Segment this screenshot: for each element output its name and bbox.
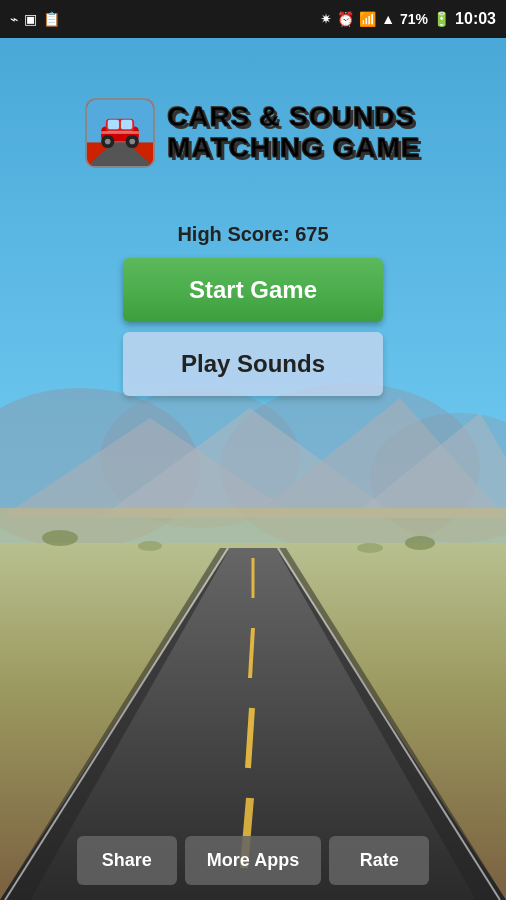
app-title: CARS & SOUNDS MATCHING GAME <box>167 102 421 164</box>
svg-point-19 <box>405 536 435 550</box>
svg-line-16 <box>248 708 252 768</box>
more-apps-button[interactable]: More Apps <box>185 836 321 885</box>
svg-rect-30 <box>121 120 132 129</box>
high-score-text: High Score: 675 <box>177 223 328 245</box>
status-time: 10:03 <box>455 10 496 28</box>
high-score-display: High Score: 675 <box>0 223 506 246</box>
battery-percent: 71% <box>400 11 428 27</box>
svg-point-18 <box>42 530 78 546</box>
signal-icon: ▲ <box>381 11 395 27</box>
status-bar: ⌁ ▣ 📋 ✴ ⏰ 📶 ▲ 71% 🔋 10:03 <box>0 0 506 38</box>
svg-point-20 <box>138 541 162 551</box>
bottom-buttons: Share More Apps Rate <box>0 836 506 885</box>
share-button[interactable]: Share <box>77 836 177 885</box>
wifi-icon: 📶 <box>359 11 376 27</box>
svg-rect-29 <box>108 120 119 129</box>
app-icon <box>85 98 155 168</box>
clipboard-icon: 📋 <box>43 11 60 27</box>
title-line1: CARS & SOUNDS <box>167 102 415 133</box>
svg-point-32 <box>105 139 111 145</box>
usb-icon: ⌁ <box>10 11 18 27</box>
status-left-icons: ⌁ ▣ 📋 <box>10 11 60 27</box>
svg-point-34 <box>130 139 136 145</box>
alarm-icon: ⏰ <box>337 11 354 27</box>
status-right-icons: ✴ ⏰ 📶 ▲ 71% 🔋 10:03 <box>320 10 496 28</box>
play-sounds-button[interactable]: Play Sounds <box>123 332 383 396</box>
voicemail-icon: ▣ <box>24 11 37 27</box>
title-line2: MATCHING GAME <box>167 133 421 164</box>
svg-rect-35 <box>101 131 139 134</box>
bluetooth-icon: ✴ <box>320 11 332 27</box>
start-game-button[interactable]: Start Game <box>123 258 383 322</box>
svg-point-21 <box>357 543 383 553</box>
action-buttons: Start Game Play Sounds <box>123 258 383 396</box>
battery-icon: 🔋 <box>433 11 450 27</box>
app-header: CARS & SOUNDS MATCHING GAME <box>0 98 506 168</box>
main-content: CARS & SOUNDS MATCHING GAME High Score: … <box>0 38 506 900</box>
rate-button[interactable]: Rate <box>329 836 429 885</box>
